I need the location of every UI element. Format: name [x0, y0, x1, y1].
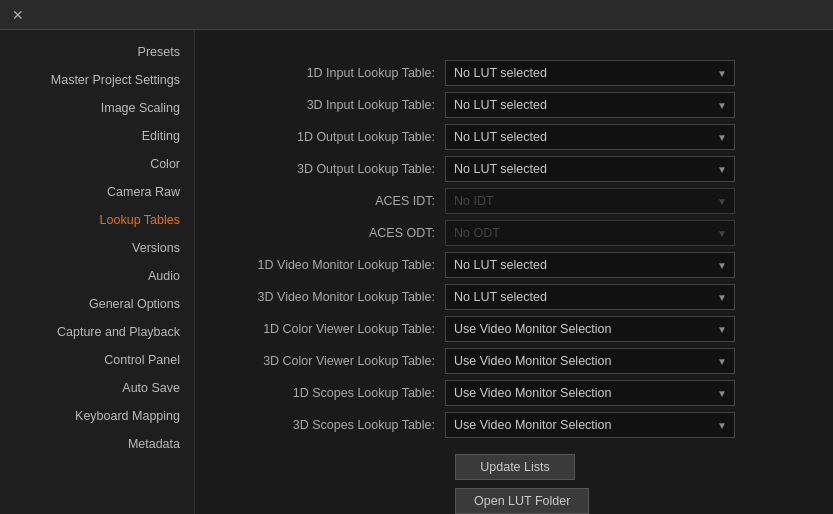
dropdown-3d-input[interactable]: No LUT selected — [445, 92, 735, 118]
dropdown-1d-scopes[interactable]: Use Video Monitor Selection — [445, 380, 735, 406]
dropdown-1d-color-viewer[interactable]: Use Video Monitor Selection — [445, 316, 735, 342]
label-3d-input: 3D Input Lookup Table: — [215, 98, 445, 112]
control-aces-odt: No ODT▼ — [445, 220, 813, 246]
control-1d-scopes: Use Video Monitor Selection▼ — [445, 380, 813, 406]
sidebar-item-control-panel[interactable]: Control Panel — [0, 346, 194, 374]
sidebar-item-versions[interactable]: Versions — [0, 234, 194, 262]
dropdown-aces-odt: No ODT — [445, 220, 735, 246]
title-bar: ✕ — [0, 0, 833, 30]
control-3d-scopes: Use Video Monitor Selection▼ — [445, 412, 813, 438]
form-row-3d-output: 3D Output Lookup Table:No LUT selected▼ — [215, 156, 813, 182]
control-aces-idt: No IDT▼ — [445, 188, 813, 214]
form-row-1d-input: 1D Input Lookup Table:No LUT selected▼ — [215, 60, 813, 86]
control-3d-output: No LUT selected▼ — [445, 156, 813, 182]
label-1d-color-viewer: 1D Color Viewer Lookup Table: — [215, 322, 445, 336]
form-row-3d-input: 3D Input Lookup Table:No LUT selected▼ — [215, 92, 813, 118]
sidebar-item-presets[interactable]: Presets — [0, 38, 194, 66]
dropdown-3d-output[interactable]: No LUT selected — [445, 156, 735, 182]
label-3d-color-viewer: 3D Color Viewer Lookup Table: — [215, 354, 445, 368]
form-row-3d-color-viewer: 3D Color Viewer Lookup Table:Use Video M… — [215, 348, 813, 374]
form-row-1d-video-monitor: 1D Video Monitor Lookup Table:No LUT sel… — [215, 252, 813, 278]
dropdown-3d-scopes[interactable]: Use Video Monitor Selection — [445, 412, 735, 438]
sidebar-item-image-scaling[interactable]: Image Scaling — [0, 94, 194, 122]
control-1d-output: No LUT selected▼ — [445, 124, 813, 150]
sidebar: PresetsMaster Project SettingsImage Scal… — [0, 30, 195, 514]
sidebar-item-metadata[interactable]: Metadata — [0, 430, 194, 458]
close-icon[interactable]: ✕ — [12, 8, 24, 22]
sidebar-item-lookup-tables[interactable]: Lookup Tables — [0, 206, 194, 234]
form-row-3d-scopes: 3D Scopes Lookup Table:Use Video Monitor… — [215, 412, 813, 438]
sidebar-item-general-options[interactable]: General Options — [0, 290, 194, 318]
control-1d-input: No LUT selected▼ — [445, 60, 813, 86]
label-1d-video-monitor: 1D Video Monitor Lookup Table: — [215, 258, 445, 272]
sidebar-item-audio[interactable]: Audio — [0, 262, 194, 290]
label-3d-scopes: 3D Scopes Lookup Table: — [215, 418, 445, 432]
sidebar-item-capture-and-playback[interactable]: Capture and Playback — [0, 318, 194, 346]
label-3d-video-monitor: 3D Video Monitor Lookup Table: — [215, 290, 445, 304]
sidebar-item-camera-raw[interactable]: Camera Raw — [0, 178, 194, 206]
sidebar-item-editing[interactable]: Editing — [0, 122, 194, 150]
open-lut-folder-button[interactable]: Open LUT Folder — [455, 488, 589, 514]
label-aces-idt: ACES IDT: — [215, 194, 445, 208]
label-1d-output: 1D Output Lookup Table: — [215, 130, 445, 144]
dropdown-1d-output[interactable]: No LUT selected — [445, 124, 735, 150]
control-3d-video-monitor: No LUT selected▼ — [445, 284, 813, 310]
form-row-1d-color-viewer: 1D Color Viewer Lookup Table:Use Video M… — [215, 316, 813, 342]
control-1d-color-viewer: Use Video Monitor Selection▼ — [445, 316, 813, 342]
dropdown-1d-input[interactable]: No LUT selected — [445, 60, 735, 86]
control-1d-video-monitor: No LUT selected▼ — [445, 252, 813, 278]
form-row-1d-output: 1D Output Lookup Table:No LUT selected▼ — [215, 124, 813, 150]
label-aces-odt: ACES ODT: — [215, 226, 445, 240]
buttons-row: Update ListsOpen LUT Folder — [455, 454, 813, 514]
sidebar-item-color[interactable]: Color — [0, 150, 194, 178]
form-table: 1D Input Lookup Table:No LUT selected▼3D… — [215, 60, 813, 438]
form-row-aces-odt: ACES ODT:No ODT▼ — [215, 220, 813, 246]
dropdown-3d-video-monitor[interactable]: No LUT selected — [445, 284, 735, 310]
form-row-aces-idt: ACES IDT:No IDT▼ — [215, 188, 813, 214]
label-3d-output: 3D Output Lookup Table: — [215, 162, 445, 176]
dropdown-aces-idt: No IDT — [445, 188, 735, 214]
sidebar-item-master-project-settings[interactable]: Master Project Settings — [0, 66, 194, 94]
label-1d-scopes: 1D Scopes Lookup Table: — [215, 386, 445, 400]
form-row-1d-scopes: 1D Scopes Lookup Table:Use Video Monitor… — [215, 380, 813, 406]
dropdown-3d-color-viewer[interactable]: Use Video Monitor Selection — [445, 348, 735, 374]
label-1d-input: 1D Input Lookup Table: — [215, 66, 445, 80]
main-container: PresetsMaster Project SettingsImage Scal… — [0, 30, 833, 514]
form-row-3d-video-monitor: 3D Video Monitor Lookup Table:No LUT sel… — [215, 284, 813, 310]
control-3d-input: No LUT selected▼ — [445, 92, 813, 118]
control-3d-color-viewer: Use Video Monitor Selection▼ — [445, 348, 813, 374]
dropdown-1d-video-monitor[interactable]: No LUT selected — [445, 252, 735, 278]
sidebar-item-keyboard-mapping[interactable]: Keyboard Mapping — [0, 402, 194, 430]
update-lists-button[interactable]: Update Lists — [455, 454, 575, 480]
sidebar-item-auto-save[interactable]: Auto Save — [0, 374, 194, 402]
content-area: 1D Input Lookup Table:No LUT selected▼3D… — [195, 30, 833, 514]
